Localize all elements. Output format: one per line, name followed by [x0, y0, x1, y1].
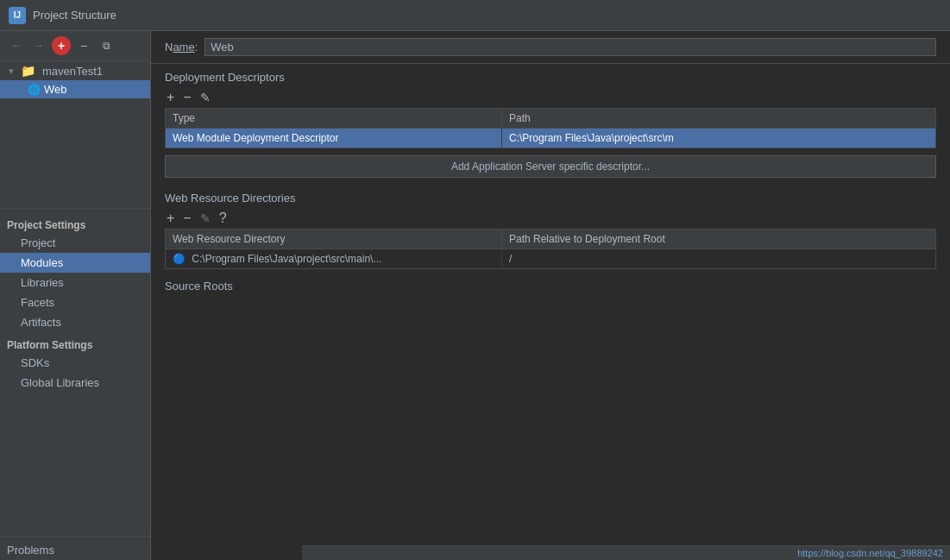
name-bar: Name: — [151, 31, 950, 64]
title-bar: IJ Project Structure — [0, 0, 950, 31]
module-tree: ▼ 📁 mavenTest1 🌐 Web — [0, 61, 150, 204]
forward-button[interactable]: → — [29, 36, 48, 55]
dd-row-type: Web Module Deployment Descriptor — [166, 129, 502, 148]
module-name: Web — [44, 83, 67, 96]
wr-row-path: / — [502, 249, 935, 268]
folder-icon: 📁 — [21, 64, 35, 78]
status-url: https://blog.csdn.net/qq_39889242 — [797, 548, 943, 558]
app-logo: IJ — [9, 7, 26, 24]
dd-toolbar: + − ✎ — [151, 87, 950, 108]
remove-button[interactable]: − — [74, 36, 93, 55]
dd-col-type: Type — [166, 109, 502, 128]
dd-table-header: Type Path — [166, 109, 935, 129]
sidebar-item-artifacts[interactable]: Artifacts — [0, 312, 150, 332]
sidebar-item-global-libraries[interactable]: Global Libraries — [0, 373, 150, 393]
wr-row-dir: 🔵 C:\Program Files\Java\project\src\main… — [166, 249, 502, 268]
platform-settings-label: Platform Settings — [0, 332, 150, 353]
dd-table-row[interactable]: Web Module Deployment Descriptor C:\Prog… — [166, 129, 935, 148]
dd-add-button[interactable]: + — [165, 91, 176, 104]
main-content: Name: Deployment Descriptors + − ✎ Type … — [151, 31, 950, 560]
name-field-label: Name: — [165, 41, 198, 53]
dd-row-path: C:\Program Files\Java\project\src\m — [502, 129, 935, 148]
problems-section[interactable]: Problems — [0, 536, 150, 560]
web-resource-dir-icon: 🔵 — [173, 253, 186, 265]
deployment-descriptors-title: Deployment Descriptors — [151, 64, 950, 87]
add-module-button[interactable]: + — [52, 36, 71, 55]
web-module-icon: 🌐 — [28, 84, 41, 96]
status-bar: https://blog.csdn.net/qq_39889242 — [302, 545, 950, 560]
wr-edit-button[interactable]: ✎ — [198, 212, 212, 224]
sidebar-toolbar: ← → + − ⧉ — [0, 31, 150, 61]
project-settings-label: Project Settings — [0, 212, 150, 233]
sidebar-item-sdks[interactable]: SDKs — [0, 353, 150, 373]
dd-remove-button[interactable]: − — [181, 91, 192, 104]
problems-label: Problems — [7, 544, 54, 557]
sidebar-divider — [0, 208, 150, 209]
wr-remove-button[interactable]: − — [181, 211, 192, 225]
web-resource-title: Web Resource Directories — [151, 185, 950, 208]
wr-help-button[interactable]: ? — [217, 211, 229, 225]
wr-col-dir: Web Resource Directory — [166, 230, 502, 249]
sidebar-item-facets[interactable]: Facets — [0, 293, 150, 312]
dd-edit-button[interactable]: ✎ — [198, 91, 212, 104]
project-name: mavenTest1 — [42, 65, 103, 78]
copy-button[interactable]: ⧉ — [97, 36, 116, 55]
sidebar-item-project[interactable]: Project — [0, 233, 150, 253]
plus-icon: + — [58, 39, 65, 53]
module-name-input[interactable] — [204, 38, 936, 56]
tree-item-module[interactable]: 🌐 Web — [0, 80, 150, 98]
tree-item-project[interactable]: ▼ 📁 mavenTest1 — [0, 61, 150, 80]
window-title: Project Structure — [33, 9, 116, 22]
dd-col-path: Path — [502, 109, 935, 128]
sidebar-item-modules[interactable]: Modules — [0, 253, 150, 273]
sidebar: ← → + − ⧉ ▼ 📁 mavenTest1 🌐 Web Project S… — [0, 31, 151, 560]
add-server-button[interactable]: Add Application Server specific descript… — [165, 155, 936, 178]
chevron-down-icon: ▼ — [7, 66, 16, 76]
main-layout: ← → + − ⧉ ▼ 📁 mavenTest1 🌐 Web Project S… — [0, 31, 950, 560]
back-button[interactable]: ← — [7, 36, 26, 55]
wr-table-row[interactable]: 🔵 C:\Program Files\Java\project\src\main… — [166, 249, 935, 268]
wr-toolbar: + − ✎ ? — [151, 208, 950, 229]
wr-add-button[interactable]: + — [165, 211, 176, 225]
wr-table: Web Resource Directory Path Relative to … — [165, 229, 936, 269]
sidebar-item-libraries[interactable]: Libraries — [0, 273, 150, 293]
dd-table: Type Path Web Module Deployment Descript… — [165, 108, 936, 148]
source-roots-title: Source Roots — [165, 274, 936, 293]
wr-table-header: Web Resource Directory Path Relative to … — [166, 230, 935, 249]
wr-col-path: Path Relative to Deployment Root — [502, 230, 935, 249]
